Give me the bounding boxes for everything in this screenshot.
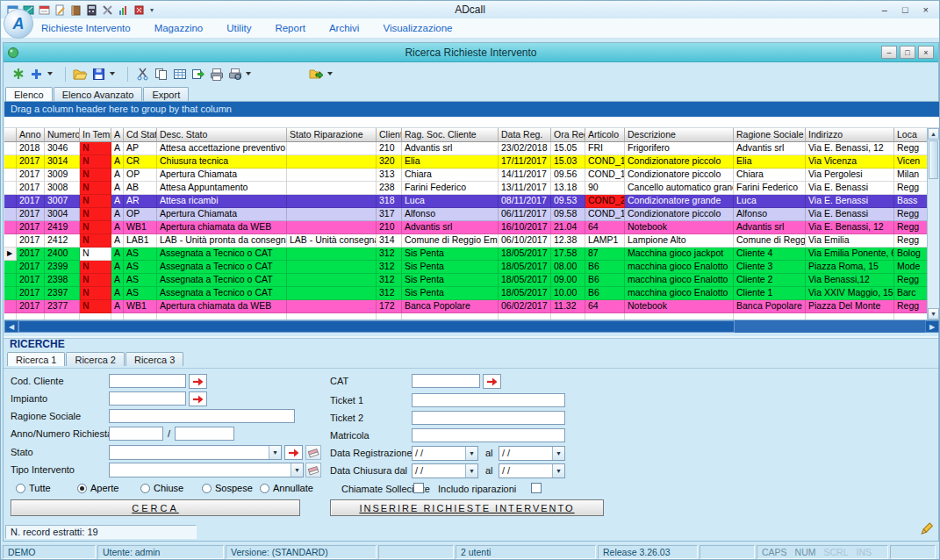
grid-cell[interactable]: N (80, 300, 111, 313)
grid-cell[interactable]: COND_2 (585, 195, 625, 208)
cat-lookup-button[interactable] (483, 374, 501, 389)
grid-cell[interactable]: Alfonso (734, 208, 806, 221)
grid-cell[interactable]: N (80, 274, 111, 287)
grid-cell[interactable]: N (80, 182, 111, 195)
grid-cell[interactable]: A (111, 248, 124, 261)
grid-cell[interactable]: A (111, 195, 124, 208)
grid-cell[interactable]: Piazza Del Monte (806, 300, 894, 313)
grid-cell[interactable]: A (111, 274, 124, 287)
grid-cell[interactable]: N (80, 155, 111, 169)
grid-cell[interactable]: Via E. Benassi, 12 (806, 142, 894, 155)
grid-cell[interactable] (287, 221, 377, 234)
grid-cell[interactable] (734, 313, 806, 319)
stato-clear-button[interactable] (305, 445, 321, 460)
date-dropdown-icon[interactable]: ▼ (552, 447, 564, 460)
grid-cell[interactable] (124, 313, 157, 319)
grid-cell[interactable]: N (80, 234, 111, 248)
grid-cell[interactable]: Via Vicenza (806, 155, 894, 169)
numero-input[interactable] (175, 427, 234, 441)
cod-cliente-input[interactable] (109, 374, 186, 388)
grid-cell[interactable]: Luca (734, 195, 806, 208)
grid-cell[interactable]: A (111, 261, 124, 274)
stato-dropdown-icon[interactable]: ▼ (269, 446, 281, 459)
grid-cell[interactable]: Condizionatore piccolo (625, 155, 734, 169)
grid-cell[interactable]: Frigorifero (625, 142, 734, 155)
grid-cell[interactable]: 18/05/2017 (499, 287, 551, 300)
grid-row[interactable]: 20172398NAASAssegnata a Tecnico o CAT312… (4, 274, 927, 287)
grid-cell[interactable]: Sis Penta (402, 274, 499, 287)
grid-cell[interactable]: N (80, 142, 111, 155)
grid-cell[interactable]: 3046 (45, 142, 80, 155)
data-registrazione-al-picker[interactable]: / /▼ (499, 446, 565, 461)
column-header-rag-soc-cliente[interactable]: Rag. Soc. Cliente (402, 128, 499, 142)
grid-cell[interactable]: 238 (377, 182, 402, 195)
cut-icon[interactable] (134, 65, 151, 83)
column-header-loca[interactable]: Loca (894, 128, 927, 142)
grid-cell[interactable] (45, 313, 80, 319)
grid-cell[interactable]: Farini Federico (734, 182, 806, 195)
grid-cell[interactable] (551, 313, 585, 319)
grid-cell[interactable]: 87 (585, 248, 625, 261)
scroll-right-icon[interactable]: ▶ (925, 320, 939, 333)
grid-cell[interactable]: AS (124, 261, 157, 274)
grid-cell[interactable]: 08.00 (551, 261, 585, 274)
grid-cell[interactable]: 16/10/2017 (499, 221, 551, 234)
grid-cell[interactable] (402, 313, 499, 319)
grid-cell[interactable] (287, 248, 377, 261)
grid-cell[interactable]: Vicen (894, 155, 927, 169)
grid-cell[interactable]: N (80, 208, 111, 221)
grid-row[interactable]: 20172397NAASAssegnata a Tecnico o CAT312… (4, 287, 927, 300)
grid-cell[interactable]: Cliente 3 (734, 261, 806, 274)
pencil-icon[interactable] (919, 522, 933, 540)
grid-cell[interactable] (287, 142, 377, 155)
grid-row[interactable]: 20172412NALAB1LAB - Unità pronta da cons… (4, 234, 927, 248)
grid-cell[interactable]: 313 (377, 169, 402, 182)
grid-cell[interactable]: Comune di Reggio Emilia (402, 234, 499, 248)
grid-cell[interactable]: N (80, 248, 111, 261)
grid-cell[interactable]: A (111, 208, 124, 221)
tab-ricerca-2[interactable]: Ricerca 2 (66, 352, 124, 366)
menu-item-magazzino[interactable]: Magazzino (154, 23, 204, 33)
grid-cell[interactable]: 17/11/2017 (499, 155, 551, 169)
impianto-lookup-button[interactable] (189, 391, 207, 406)
grid-cell[interactable]: Condizionatore piccolo (625, 169, 734, 182)
grid-cell[interactable]: B6 (585, 274, 625, 287)
grid-cell[interactable]: Notebook (625, 221, 734, 234)
radio-sospese[interactable]: Sospese (202, 483, 253, 493)
grid-cell[interactable]: 2419 (45, 221, 80, 234)
column-header-a[interactable]: A (111, 128, 124, 142)
grid-cell[interactable]: 172 (377, 300, 402, 313)
exit-icon[interactable] (133, 4, 145, 16)
horizontal-scrollbar[interactable]: ◀ ▶ (4, 319, 939, 333)
grid-cell[interactable]: Regg (894, 234, 927, 248)
tab-export[interactable]: Export (143, 87, 189, 101)
menu-item-visualizzazione[interactable]: Visualizzazione (383, 23, 452, 33)
grid-cell[interactable] (287, 313, 377, 319)
grid-cell[interactable]: Lampione Alto (625, 234, 734, 248)
grid-cell[interactable]: Cliente 1 (734, 287, 806, 300)
grid-cell[interactable]: 2017 (17, 155, 45, 169)
grid-cell[interactable]: COND_1 (585, 208, 625, 221)
calculator-icon[interactable] (85, 4, 97, 16)
grid-cell[interactable]: A (111, 287, 124, 300)
grid-cell[interactable]: Piazza Roma, 15 (806, 261, 894, 274)
grid-cell[interactable]: Sis Penta (402, 261, 499, 274)
date-dropdown-icon[interactable]: ▼ (552, 464, 564, 477)
grid-cell[interactable]: Via Emilia (806, 234, 894, 248)
print-preview-icon[interactable] (226, 65, 243, 83)
grid-cell[interactable]: WB1 (124, 300, 157, 313)
grid-cell[interactable]: N (80, 169, 111, 182)
grid-cell[interactable]: Apertura chiamata da WEB (157, 221, 287, 234)
ragione-sociale-input[interactable] (109, 409, 295, 423)
grid-row[interactable]: ▶20172400NAASAssegnata a Tecnico o CAT31… (4, 248, 927, 261)
grid-cell[interactable]: AS (124, 287, 157, 300)
grid-cell[interactable]: N (80, 287, 111, 300)
grid-cell[interactable]: 3008 (45, 182, 80, 195)
stato-lookup-button[interactable] (284, 445, 303, 460)
grid-cell[interactable]: Via Emilia Ponente, 62/3 (806, 248, 894, 261)
maximize-button[interactable]: □ (902, 2, 908, 18)
grid-cell[interactable] (287, 155, 377, 169)
column-header-ora-reg[interactable]: Ora Reg. (551, 128, 585, 142)
grid-cell[interactable]: Condizionatore grande (625, 195, 734, 208)
grid-cell[interactable]: 09.53 (551, 195, 585, 208)
